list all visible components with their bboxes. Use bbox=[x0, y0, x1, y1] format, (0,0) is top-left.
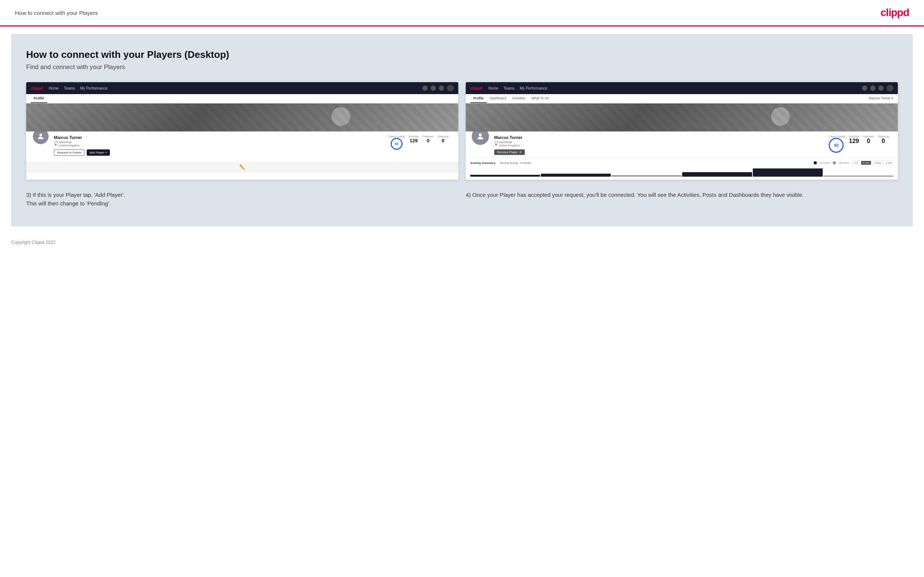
time-btn-6mths[interactable]: 6 mths bbox=[861, 161, 871, 165]
hero-image-right bbox=[466, 103, 898, 131]
tab-activities-right[interactable]: Activities bbox=[509, 94, 528, 103]
following-label-right: Following bbox=[878, 135, 889, 138]
activity-header-right: Activity Summary Monthly Activity - 6 Mo… bbox=[470, 161, 893, 165]
profile-section-right: Marcus Turner 1-5 Handicap 📍 United King… bbox=[466, 131, 898, 157]
time-buttons: 1 yr 6 mths 3 mths 1 mth bbox=[852, 161, 893, 165]
user-icon-right[interactable] bbox=[870, 85, 876, 91]
svg-point-0 bbox=[39, 134, 42, 136]
add-player-button[interactable]: Add Player + bbox=[87, 149, 110, 156]
profile-section-left: Marcus Turner 1-5 Handicap 📍 United King… bbox=[26, 131, 458, 162]
app-logo-left: clippd bbox=[31, 86, 43, 90]
followers-stat-right: Followers 0 bbox=[863, 135, 874, 155]
bar-4 bbox=[682, 172, 752, 177]
location-pin-icon-right: 📍 bbox=[494, 144, 498, 147]
following-stat-left: Following 0 bbox=[437, 135, 449, 150]
bar-chart bbox=[470, 167, 893, 177]
legend-offcourse: Off course bbox=[839, 162, 849, 164]
stats-section-left: Player Quality 92 Activities 129 Followe… bbox=[384, 135, 452, 150]
caption-left: 3) If this is your Player tap, 'Add Play… bbox=[26, 191, 458, 208]
activities-label-left: Activities bbox=[409, 135, 419, 138]
player-name-left: Marcus Turner bbox=[54, 135, 380, 140]
page-footer: Copyright Clippd 2022 bbox=[0, 234, 924, 251]
tab-profile-left[interactable]: Profile bbox=[31, 94, 47, 103]
avatar-icon-left[interactable] bbox=[447, 85, 454, 92]
player-quality-stat-left: Player Quality 92 bbox=[388, 135, 405, 150]
following-value-right: 0 bbox=[878, 138, 889, 145]
nav-home-left[interactable]: Home bbox=[48, 86, 59, 90]
activities-value-right: 129 bbox=[849, 138, 859, 145]
search-icon-right[interactable] bbox=[862, 85, 867, 91]
player-handicap-left: 1-5 Handicap bbox=[54, 140, 380, 144]
player-name-right: Marcus Turner bbox=[494, 135, 543, 140]
activities-value-left: 129 bbox=[409, 138, 419, 143]
followers-label-right: Followers bbox=[863, 135, 874, 138]
scroll-area-left: ✏️ bbox=[26, 162, 458, 173]
activities-stat-right: Activities 129 bbox=[849, 135, 859, 155]
page-title: How to connect with your Players (Deskto… bbox=[26, 49, 898, 61]
scroll-icon-left: ✏️ bbox=[239, 164, 246, 170]
profile-buttons-left: Request to Follow Add Player + bbox=[54, 149, 380, 156]
page-breadcrumb: How to connect with your Players bbox=[15, 10, 98, 16]
app-nav-right: clippd Home Teams My Performance bbox=[466, 82, 898, 94]
bar-6 bbox=[824, 176, 893, 177]
following-value-left: 0 bbox=[437, 138, 449, 143]
nav-myperformance-left[interactable]: My Performance bbox=[80, 86, 108, 90]
legend-oncourse: On course bbox=[820, 162, 830, 164]
brand-logo: clippd bbox=[880, 7, 909, 19]
app-logo-right: clippd bbox=[470, 86, 482, 90]
time-btn-1mth[interactable]: 1 mth bbox=[884, 161, 893, 165]
legend: On course Off course bbox=[814, 161, 849, 164]
settings-icon-right[interactable] bbox=[879, 85, 884, 91]
bar-2 bbox=[541, 174, 611, 177]
player-location-right: 📍 United Kingdom bbox=[494, 144, 543, 147]
captions-row: 3) If this is your Player tap, 'Add Play… bbox=[26, 191, 898, 208]
nav-icons-right bbox=[862, 85, 893, 92]
tab-profile-right[interactable]: Profile bbox=[470, 94, 487, 103]
player-quality-label-left: Player Quality bbox=[388, 135, 405, 138]
following-label-left: Following bbox=[437, 135, 449, 138]
remove-player-btn-wrap: Remove Player ✕ bbox=[494, 149, 543, 155]
activities-label-right: Activities bbox=[849, 135, 859, 138]
nav-links-right: Home Teams My Performance bbox=[488, 86, 547, 90]
nav-myperformance-right[interactable]: My Performance bbox=[520, 86, 547, 90]
time-btn-1yr[interactable]: 1 yr bbox=[852, 161, 860, 165]
bar-1 bbox=[470, 175, 540, 177]
nav-icons-left bbox=[422, 85, 454, 92]
svg-point-1 bbox=[479, 133, 482, 136]
followers-value-left: 0 bbox=[422, 138, 434, 143]
player-dropdown-right[interactable]: Marcus Turner ▾ bbox=[869, 94, 893, 103]
remove-player-button[interactable]: Remove Player ✕ bbox=[494, 149, 525, 155]
app-tabs-right: Profile Dashboard Activities What To On … bbox=[466, 94, 898, 103]
nav-links-left: Home Teams My Performance bbox=[48, 86, 108, 90]
avatar-icon-right[interactable] bbox=[887, 85, 893, 92]
player-quality-label-right: Player Quality bbox=[829, 135, 845, 138]
location-pin-icon-left: 📍 bbox=[54, 144, 58, 147]
search-icon-left[interactable] bbox=[422, 85, 428, 91]
following-stat-right: Following 0 bbox=[878, 135, 889, 155]
profile-left-info: Marcus Turner 1-5 Handicap 📍 United King… bbox=[494, 135, 543, 155]
activity-controls: On course Off course 1 yr 6 mths 3 mths … bbox=[814, 161, 893, 165]
oncourse-dot bbox=[814, 161, 817, 164]
stats-section-right: Player Quality 92 Activities 129 Followe… bbox=[825, 135, 893, 155]
activity-summary-right: Activity Summary Monthly Activity - 6 Mo… bbox=[466, 157, 898, 180]
user-icon-left[interactable] bbox=[431, 85, 436, 91]
tab-dashboard-right[interactable]: Dashboard bbox=[487, 94, 509, 103]
profile-info-left: Marcus Turner 1-5 Handicap 📍 United King… bbox=[54, 135, 380, 156]
nav-home-right[interactable]: Home bbox=[488, 86, 498, 90]
request-follow-button[interactable]: Request to Follow bbox=[54, 149, 84, 156]
time-btn-3mths[interactable]: 3 mths bbox=[872, 161, 883, 165]
close-icon-remove: ✕ bbox=[519, 150, 522, 154]
tab-whattoon-right[interactable]: What To On bbox=[528, 94, 552, 103]
activities-stat-left: Activities 129 bbox=[409, 135, 419, 150]
app-tabs-left: Profile bbox=[26, 94, 458, 103]
nav-teams-left[interactable]: Teams bbox=[64, 86, 75, 90]
nav-teams-right[interactable]: Teams bbox=[504, 86, 514, 90]
settings-icon-left[interactable] bbox=[439, 85, 444, 91]
hero-image-left bbox=[26, 103, 458, 131]
app-nav-left: clippd Home Teams My Performance bbox=[26, 82, 458, 94]
screenshot-left: clippd Home Teams My Performance Profile bbox=[26, 82, 458, 180]
quality-circle-left: 92 bbox=[391, 138, 402, 150]
activity-period: Monthly Activity - 6 Months bbox=[500, 162, 531, 164]
caption-right: 4) Once your Player has accepted your re… bbox=[466, 191, 898, 208]
page-subtitle: Find and connect with your Players bbox=[26, 63, 898, 71]
